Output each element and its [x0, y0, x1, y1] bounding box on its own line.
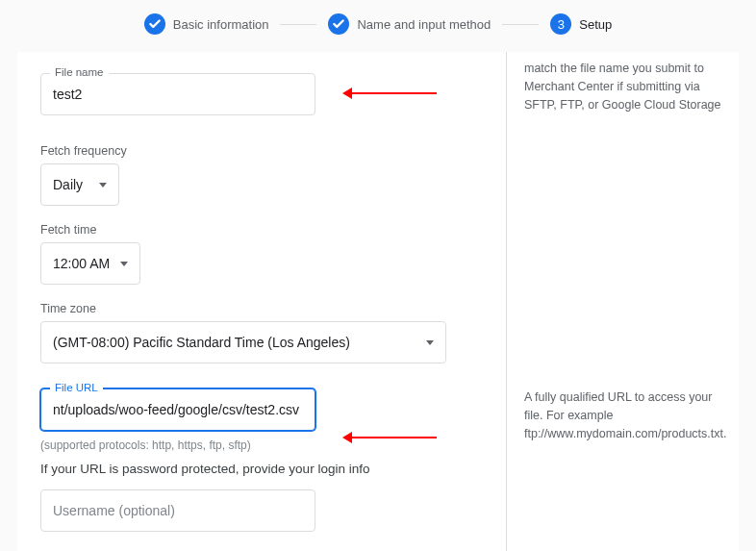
file-name-label: File name	[50, 65, 109, 79]
annotation-arrow	[352, 437, 437, 438]
fetch-frequency-field: Fetch frequency Daily	[40, 144, 467, 206]
chevron-down-icon	[426, 340, 434, 345]
chevron-down-icon	[120, 262, 128, 266]
check-icon	[328, 13, 349, 35]
file-name-input[interactable]: test2	[40, 73, 315, 115]
help-column: match the file name you submit to Mercha…	[506, 52, 739, 551]
file-url-help: A fully qualified URL to access your fil…	[524, 388, 721, 442]
username-input[interactable]: Username (optional)	[40, 489, 315, 532]
setup-panel: File name test2 Fetch frequency Daily Fe…	[17, 52, 739, 551]
file-name-help: match the file name you submit to Mercha…	[524, 60, 721, 113]
fetch-time-label: Fetch time	[40, 223, 467, 237]
form-column: File name test2 Fetch frequency Daily Fe…	[17, 52, 506, 551]
step-setup[interactable]: 3 Setup	[550, 13, 612, 35]
fetch-frequency-label: Fetch frequency	[40, 144, 467, 158]
password-section-text: If your URL is password protected, provi…	[40, 462, 467, 476]
stepper: Basic information Name and input method …	[0, 0, 756, 52]
step-basic-info[interactable]: Basic information	[144, 13, 269, 35]
fetch-frequency-select[interactable]: Daily	[40, 163, 119, 206]
protocols-hint: (supported protocols: http, https, ftp, …	[40, 438, 467, 452]
time-zone-field: Time zone (GMT-08:00) Pacific Standard T…	[40, 302, 467, 363]
fetch-time-field: Fetch time 12:00 AM	[40, 223, 467, 285]
step-label: Name and input method	[357, 17, 491, 32]
file-url-label: File URL	[50, 381, 103, 394]
file-url-field: File URL nt/uploads/woo-feed/google/csv/…	[40, 388, 467, 431]
step-label: Basic information	[173, 17, 269, 32]
file-url-input[interactable]: nt/uploads/woo-feed/google/csv/test2.csv	[40, 388, 315, 431]
step-connector	[280, 24, 316, 25]
check-icon	[144, 13, 165, 35]
chevron-down-icon	[99, 183, 107, 188]
step-number: 3	[550, 13, 571, 35]
username-field: Username (optional)	[40, 489, 467, 532]
step-label: Setup	[579, 17, 612, 32]
fetch-time-select[interactable]: 12:00 AM	[40, 242, 140, 285]
step-name-input[interactable]: Name and input method	[328, 13, 491, 35]
time-zone-select[interactable]: (GMT-08:00) Pacific Standard Time (Los A…	[40, 321, 446, 363]
file-name-field: File name test2	[40, 73, 467, 115]
time-zone-label: Time zone	[40, 302, 467, 315]
step-connector	[502, 24, 539, 25]
